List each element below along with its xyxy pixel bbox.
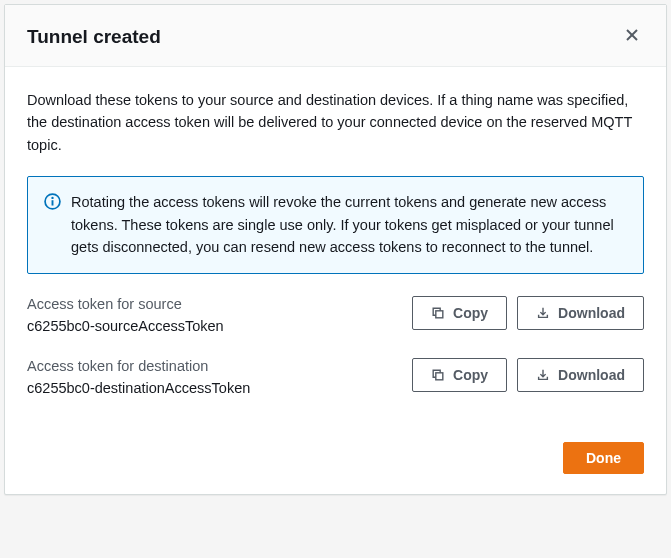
source-token-actions: Copy Download: [412, 296, 644, 330]
info-text: Rotating the access tokens will revoke t…: [71, 191, 627, 258]
download-label: Download: [558, 367, 625, 383]
copy-label: Copy: [453, 305, 488, 321]
copy-destination-button[interactable]: Copy: [412, 358, 507, 392]
svg-rect-6: [436, 373, 443, 380]
destination-token-row: Access token for destination c6255bc0-de…: [27, 358, 644, 396]
modal-footer: Done: [5, 430, 666, 494]
copy-icon: [431, 368, 445, 382]
destination-token-info: Access token for destination c6255bc0-de…: [27, 358, 396, 396]
copy-label: Copy: [453, 367, 488, 383]
download-source-button[interactable]: Download: [517, 296, 644, 330]
svg-rect-5: [436, 311, 443, 318]
download-icon: [536, 306, 550, 320]
destination-token-actions: Copy Download: [412, 358, 644, 392]
close-icon: [624, 27, 640, 43]
modal-header: Tunnel created: [5, 5, 666, 67]
description-text: Download these tokens to your source and…: [27, 89, 644, 156]
source-token-info: Access token for source c6255bc0-sourceA…: [27, 296, 396, 334]
source-token-label: Access token for source: [27, 296, 396, 312]
info-notice: Rotating the access tokens will revoke t…: [27, 176, 644, 273]
info-icon: [44, 193, 61, 210]
svg-rect-4: [52, 201, 54, 206]
destination-token-value: c6255bc0-destinationAccessToken: [27, 380, 396, 396]
download-label: Download: [558, 305, 625, 321]
copy-source-button[interactable]: Copy: [412, 296, 507, 330]
modal-title: Tunnel created: [27, 26, 161, 48]
modal-body: Download these tokens to your source and…: [5, 67, 666, 430]
close-button[interactable]: [620, 23, 644, 50]
download-destination-button[interactable]: Download: [517, 358, 644, 392]
tunnel-created-modal: Tunnel created Download these tokens to …: [4, 4, 667, 495]
source-token-value: c6255bc0-sourceAccessToken: [27, 318, 396, 334]
copy-icon: [431, 306, 445, 320]
download-icon: [536, 368, 550, 382]
done-button[interactable]: Done: [563, 442, 644, 474]
svg-point-3: [51, 197, 53, 199]
source-token-row: Access token for source c6255bc0-sourceA…: [27, 296, 644, 334]
destination-token-label: Access token for destination: [27, 358, 396, 374]
